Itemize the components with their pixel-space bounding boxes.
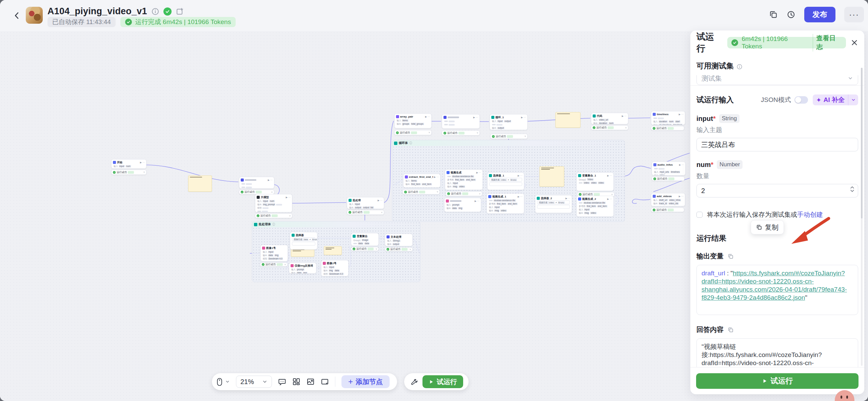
workflow-node[interactable]: 仅做img反推词输入prompt输出dataimg bbox=[289, 262, 316, 274]
status-chevron-icon[interactable]: ˅ bbox=[284, 263, 286, 266]
node-status-pill[interactable]: ✓运行成功˅ bbox=[347, 210, 384, 215]
workflow-node[interactable]: array_pair▶ ···输入items输出groupstotal_grou… bbox=[394, 113, 432, 128]
status-chevron-icon[interactable]: ˅ bbox=[410, 248, 411, 251]
node-status-pill[interactable]: ✓运行成功˅ bbox=[591, 125, 628, 130]
workflow-node[interactable]: ▶ ···输入prompt输出dataimg bbox=[444, 198, 481, 212]
sticky-note[interactable] bbox=[188, 175, 212, 192]
status-chevron-icon[interactable]: ˅ bbox=[525, 135, 526, 138]
node-actions[interactable]: ▶ ··· bbox=[475, 200, 479, 203]
layout-grid-icon[interactable] bbox=[292, 378, 300, 386]
run-complete-badge[interactable]: 运行完成 6m42s | 101966 Tokens bbox=[120, 17, 236, 27]
node-status-pill[interactable]: ✓运行成功˅ bbox=[255, 213, 292, 218]
node-status-pill[interactable]: ✓运行成功˅ bbox=[442, 130, 480, 135]
status-chevron-icon[interactable]: ˅ bbox=[437, 191, 438, 193]
node-actions[interactable]: ▶ ··· bbox=[425, 115, 430, 118]
node-actions[interactable]: ▶ ··· bbox=[607, 174, 612, 177]
node-actions[interactable]: ▶ ··· bbox=[378, 199, 382, 202]
node-actions[interactable]: ▶ ··· bbox=[286, 196, 291, 199]
workflow-node[interactable]: ▶ ··· bbox=[442, 114, 480, 129]
workflow-node[interactable]: 视频生成▶ ···doubao-seedance-lite参考图first_it… bbox=[445, 169, 483, 190]
node-actions[interactable]: ▶ ··· bbox=[518, 174, 522, 177]
workflow-node[interactable]: 图像1号输入input输出dataimg模型Seedream 4.0 bbox=[260, 245, 288, 261]
json-mode-toggle[interactable] bbox=[794, 96, 808, 104]
workflow-node[interactable]: audio_infos▶ ···输入mp3_urlstimelines输出inf… bbox=[652, 162, 686, 175]
node-actions[interactable]: ▶ ··· bbox=[518, 195, 522, 198]
workflow-node[interactable]: ▶ ··· bbox=[239, 177, 274, 189]
edit-icon[interactable] bbox=[176, 7, 184, 16]
view-logs-link[interactable]: 查看日志 bbox=[813, 34, 842, 51]
node-status-pill[interactable]: ✓运行成功˅ bbox=[446, 191, 482, 196]
node-status-pill[interactable]: ✓运行成功˅ bbox=[490, 134, 528, 139]
workflow-node[interactable]: 变量聚合Group1Imagedatadata bbox=[351, 233, 379, 246]
node-actions[interactable]: ▶ ··· bbox=[476, 171, 481, 174]
node-actions[interactable]: ▶ ··· bbox=[473, 116, 478, 119]
selector-else-row[interactable] bbox=[537, 205, 570, 209]
num-field[interactable]: 2 bbox=[696, 184, 858, 197]
node-actions[interactable]: ▶ ··· bbox=[140, 161, 145, 164]
node-status-pill[interactable]: ✓运行成功˅ bbox=[394, 130, 432, 135]
workflow-node[interactable]: 视频生成_2▶ ···doubao-seedance-lite参考图first_… bbox=[576, 196, 614, 217]
pointer-mode-chevron-icon[interactable] bbox=[225, 379, 230, 384]
ai-complete-button[interactable]: ✦ AI 补全 bbox=[813, 94, 858, 105]
testset-select[interactable]: 测试集 bbox=[696, 75, 858, 85]
image-export-icon[interactable] bbox=[307, 378, 315, 386]
status-chevron-icon[interactable]: ˅ bbox=[611, 193, 613, 196]
zoom-level-select[interactable]: 21% bbox=[236, 376, 272, 388]
node-status-pill[interactable]: ✓运行成功˅ bbox=[402, 189, 440, 194]
status-chevron-icon[interactable]: ˅ bbox=[429, 131, 430, 134]
workflow-node[interactable]: 选择器_1▶ ···视频生成 · video≠Empty bbox=[487, 172, 524, 190]
workflow-node[interactable]: 循环_1▶ ···输入inputoutput输出output bbox=[490, 114, 528, 130]
workflow-node[interactable]: 文本处理输入String1输出output bbox=[385, 234, 413, 246]
duplicate-icon[interactable] bbox=[769, 10, 778, 19]
status-chevron-icon[interactable]: ˅ bbox=[479, 193, 480, 195]
node-status-pill[interactable]: ✓运行成功˅ bbox=[260, 262, 288, 267]
panel-run-button[interactable]: 试运行 bbox=[696, 373, 859, 389]
selector-else-row[interactable] bbox=[489, 182, 522, 186]
workflow-node[interactable]: add_videos▶ ···输入draft_urlvideo_infos输出t… bbox=[651, 193, 685, 206]
output-vars-box[interactable]: draft_url : "https://ts.fyshark.com/#/co… bbox=[696, 265, 858, 315]
node-status-pill[interactable]: ✓运行成功 bbox=[651, 208, 684, 212]
node-status-pill[interactable]: ✓运行成功 bbox=[651, 126, 684, 130]
node-actions[interactable]: ▶ ··· bbox=[607, 198, 612, 200]
node-status-pill[interactable]: ✓运行成功˅ bbox=[239, 190, 274, 194]
workflow-node[interactable]: 图像2号输入input输出imgdata模型Seedream 4.0 bbox=[321, 260, 349, 276]
node-actions[interactable]: ▶ ··· bbox=[622, 115, 627, 118]
status-chevron-icon[interactable]: ˅ bbox=[143, 171, 145, 173]
workflow-node[interactable]: timelines▶ ···输入durationnumstart输出all_ti… bbox=[651, 111, 685, 125]
node-status-pill[interactable]: ✓运行成功˅ bbox=[351, 247, 379, 251]
workflow-node[interactable]: 批处理▶ ···输入input输出outputoutput_list bbox=[347, 197, 384, 209]
status-chevron-icon[interactable]: ˅ bbox=[271, 191, 273, 193]
node-status-pill[interactable]: ✓运行成功˅ bbox=[111, 170, 146, 175]
panel-scrollbar-thumb[interactable] bbox=[861, 68, 863, 218]
answer-copy-icon[interactable] bbox=[728, 327, 734, 333]
status-chevron-icon[interactable]: ˅ bbox=[376, 248, 377, 250]
status-chevron-icon[interactable]: ˅ bbox=[289, 215, 291, 217]
sticky-note[interactable] bbox=[555, 112, 580, 128]
status-chevron-icon[interactable]: ˅ bbox=[477, 132, 478, 134]
selector-condition-row[interactable]: 视频生成 · video≠Empty bbox=[489, 178, 522, 182]
node-actions[interactable]: ▶ ··· bbox=[521, 116, 526, 119]
node-actions[interactable]: ▶ ··· bbox=[679, 113, 684, 116]
answer-content-box[interactable]: "视频草稿链 接:https://ts.fyshark.com/#/cozeTo… bbox=[696, 338, 858, 367]
node-status-pill[interactable]: ✓运行成功˅ bbox=[385, 247, 413, 251]
node-actions[interactable]: ▶ ··· bbox=[268, 179, 273, 182]
selector-condition-row[interactable]: 视频生成 · video≠Empty bbox=[537, 200, 570, 204]
workflow-node[interactable]: 选择器图像生成 · data≠Empty bbox=[290, 232, 317, 250]
testset-info-icon[interactable] bbox=[736, 63, 743, 69]
num-stepper[interactable] bbox=[850, 186, 854, 192]
more-menu-button[interactable]: ··· bbox=[844, 7, 864, 22]
node-actions[interactable]: ▶ ··· bbox=[566, 197, 570, 200]
selector-condition-row[interactable]: 图像生成 · data≠Empty bbox=[292, 237, 315, 241]
info-icon[interactable] bbox=[151, 7, 159, 16]
save-testset-checkbox[interactable] bbox=[696, 212, 703, 218]
add-node-button[interactable]: + 添加节点 bbox=[341, 375, 390, 388]
node-status-pill[interactable]: ✓运行成功 bbox=[652, 176, 685, 181]
workflow-avatar[interactable] bbox=[26, 7, 43, 24]
workflow-node[interactable]: 变量聚合_1▶ ···Group1Videovideovideovideo bbox=[576, 172, 614, 191]
close-panel-icon[interactable] bbox=[851, 39, 858, 46]
status-chevron-icon[interactable]: ˅ bbox=[625, 127, 627, 129]
manual-create-link[interactable]: 手动创建 bbox=[797, 211, 823, 218]
history-icon[interactable] bbox=[787, 10, 795, 19]
workflow-node[interactable]: 代码▶ ···输入video_url输出durationnum bbox=[591, 113, 628, 124]
wrench-icon[interactable] bbox=[410, 378, 418, 386]
